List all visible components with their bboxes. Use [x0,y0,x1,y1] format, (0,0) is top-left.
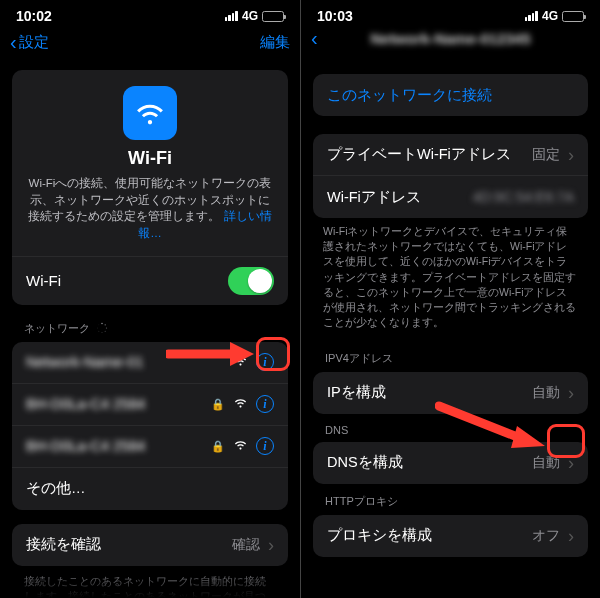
left-screenshot: 10:02 4G ‹ 設定 編集 Wi-Fi Wi-Fiへの接続、使用可能なネッ… [0,0,300,598]
battery-icon [562,11,584,22]
network-row[interactable]: BH-D0La-C4 2584 🔒 i [12,384,288,426]
wifi-switch[interactable] [228,267,274,295]
ask-to-join-list: 接続を確認 確認 › [12,524,288,566]
configure-ip-value: 自動 [532,384,560,402]
svg-point-3 [105,331,106,332]
ask-to-join-label: 接続を確認 [26,535,224,554]
nav-bar: ‹ Network-Name-012345 [301,26,600,54]
chevron-left-icon: ‹ [311,28,318,48]
lock-icon: 🔒 [211,440,225,453]
svg-point-0 [101,323,103,325]
status-bar: 10:03 4G [301,0,600,26]
svg-point-1 [105,324,106,325]
spinner-icon [96,322,108,334]
chevron-left-icon: ‹ [10,32,17,52]
chevron-right-icon: › [568,146,574,164]
wifi-address-row: Wi-Fiアドレス 4D:9C:54:E6:7A [313,176,588,218]
info-icon[interactable]: i [256,353,274,371]
status-time: 10:02 [16,8,52,24]
proxy-header: HTTPプロキシ [301,484,600,515]
signal-icon [525,11,538,21]
configure-proxy-row[interactable]: プロキシを構成 オフ › [313,515,588,557]
networks-header: ネットワーク [0,305,300,342]
chevron-right-icon: › [568,527,574,545]
connect-row[interactable]: このネットワークに接続 [313,74,588,116]
wifi-signal-icon [233,395,248,413]
right-screenshot: 10:03 4G ‹ Network-Name-012345 このネットワークに… [300,0,600,598]
connect-label: このネットワークに接続 [327,86,574,105]
carrier-label: 4G [542,9,558,23]
hero-title: Wi-Fi [26,148,274,169]
carrier-label: 4G [242,9,258,23]
page-title: Network-Name-012345 [301,30,600,47]
configure-dns-row[interactable]: DNSを構成 自動 › [313,442,588,484]
chevron-right-icon: › [268,536,274,554]
configure-dns-value: 自動 [532,454,560,472]
dns-list: DNSを構成 自動 › [313,442,588,484]
configure-dns-label: DNSを構成 [327,453,524,472]
info-icon[interactable]: i [256,437,274,455]
status-right: 4G [225,9,284,23]
svg-point-7 [98,324,99,325]
ask-to-join-value: 確認 [232,536,260,554]
proxy-list: プロキシを構成 オフ › [313,515,588,557]
info-icon[interactable]: i [256,395,274,413]
private-address-footer: Wi-Fiネットワークとデバイスで、セキュリティ保護されたネットワークではなくて… [301,218,600,341]
private-address-value: 固定 [532,146,560,164]
configure-ip-row[interactable]: IPを構成 自動 › [313,372,588,414]
hero-description: Wi-Fiへの接続、使用可能なネットワークの表示、ネットワークや近くのホットスポ… [26,175,274,242]
status-bar: 10:02 4G [0,0,300,26]
chevron-right-icon: › [568,454,574,472]
wifi-address-value: 4D:9C:54:E6:7A [473,189,574,205]
svg-point-5 [98,331,99,332]
networks-list: Network-Name-01 i BH-D0La-C4 2584 🔒 i BH… [12,342,288,510]
configure-proxy-label: プロキシを構成 [327,526,524,545]
svg-point-4 [102,332,103,333]
ask-to-join-row[interactable]: 接続を確認 確認 › [12,524,288,566]
svg-point-2 [106,328,107,329]
dns-header: DNS [301,414,600,442]
wifi-signal-icon [233,353,248,371]
wifi-toggle-label: Wi-Fi [26,272,61,289]
wifi-address-label: Wi-Fiアドレス [327,188,465,207]
ipv4-list: IPを構成 自動 › [313,372,588,414]
network-row[interactable]: Network-Name-01 i [12,342,288,384]
status-time: 10:03 [317,8,353,24]
wifi-toggle-row[interactable]: Wi-Fi [12,256,288,305]
configure-proxy-value: オフ [532,527,560,545]
private-address-label: プライベートWi-Fiアドレス [327,145,524,164]
address-list: プライベートWi-Fiアドレス 固定 › Wi-Fiアドレス 4D:9C:54:… [313,134,588,218]
signal-icon [225,11,238,21]
footer-note: 接続したことのあるネットワークに自動的に接続します。接続したことのあるネットワー… [0,566,300,598]
wifi-hero-card: Wi-Fi Wi-Fiへの接続、使用可能なネットワークの表示、ネットワークや近く… [12,70,288,305]
other-label: その他… [26,479,274,498]
network-name: BH-D0La-C4 2584 [26,438,203,454]
edit-button[interactable]: 編集 [260,33,290,52]
chevron-right-icon: › [568,384,574,402]
wifi-signal-icon [233,437,248,455]
network-name: BH-D0La-C4 2584 [26,396,203,412]
lock-icon: 🔒 [211,398,225,411]
status-right: 4G [525,9,584,23]
back-label: 設定 [19,33,49,52]
ipv4-header: IPV4アドレス [301,341,600,372]
back-button[interactable]: ‹ 設定 [10,32,49,52]
configure-ip-label: IPを構成 [327,383,524,402]
svg-point-6 [97,328,98,329]
network-row[interactable]: BH-D0La-C4 2584 🔒 i [12,426,288,468]
network-name: Network-Name-01 [26,354,225,370]
private-address-row[interactable]: プライベートWi-Fiアドレス 固定 › [313,134,588,176]
other-networks-row[interactable]: その他… [12,468,288,510]
back-button[interactable]: ‹ [311,28,320,48]
battery-icon [262,11,284,22]
connect-list: このネットワークに接続 [313,74,588,116]
nav-bar: ‹ 設定 編集 [0,26,300,62]
wifi-app-icon [123,86,177,140]
